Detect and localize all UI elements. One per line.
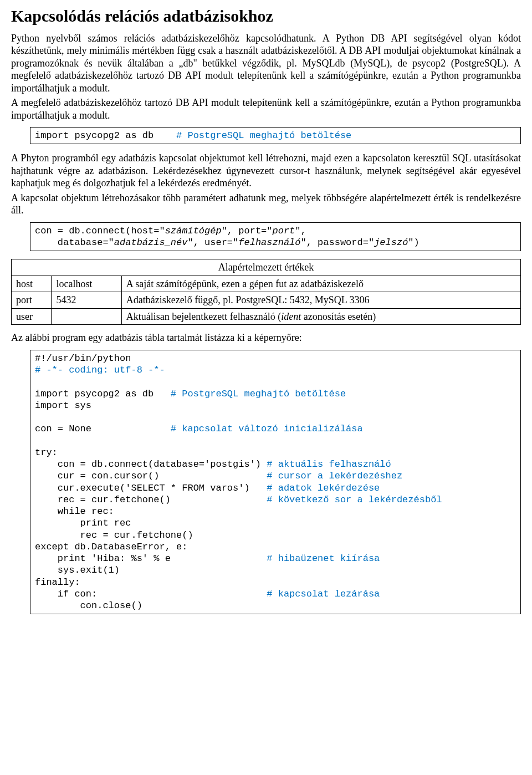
code-text: try: <box>35 447 58 458</box>
code-text: ") <box>408 237 419 248</box>
code-block-program: #!/usr/bin/python # -*- coding: utf-8 -*… <box>30 350 521 615</box>
code-text: con = db.connect(host=" <box>35 226 165 236</box>
code-placeholder: port <box>273 226 295 236</box>
code-text: print rec <box>35 518 131 528</box>
text: azonosítás esetén) <box>301 311 376 322</box>
code-comment: # hibaüzenet kiírása <box>267 553 380 564</box>
code-text: con = None <box>35 424 171 434</box>
code-comment: # aktuális felhasználó <box>267 459 391 470</box>
code-text: rec = cur.fetchone() <box>35 494 267 505</box>
table-cell-val <box>52 308 121 325</box>
table-row: port 5432 Adatbáziskezelő függő, pl. Pos… <box>12 292 521 309</box>
code-text: ", <box>295 226 306 236</box>
code-placeholder: számítógép <box>165 226 222 236</box>
code-comment: # PostgreSQL meghajtó betöltése <box>176 130 351 141</box>
table-cell-val: 5432 <box>52 292 121 309</box>
defaults-table: Alapértelmezett értékek host localhost A… <box>11 259 521 325</box>
code-text: print 'Hiba: %s' % e <box>35 553 267 564</box>
table-cell-val: localhost <box>52 276 121 292</box>
table-cell-key: user <box>12 308 52 325</box>
code-text: #!/usr/bin/python <box>35 353 131 364</box>
code-comment: # -*- coding: utf-8 -*- <box>35 365 165 375</box>
code-text: if con: <box>35 589 267 599</box>
code-placeholder: jelszó <box>374 237 408 248</box>
paragraph-4: A kapcsolat objektum létrehozásakor több… <box>11 192 521 217</box>
code-text: import psycopg2 as db <box>35 389 171 399</box>
code-text: ", user=" <box>187 237 238 248</box>
table-cell-desc: Adatbáziskezelő függő, pl. PostgreSQL: 5… <box>121 292 520 309</box>
table-row: user Aktuálisan bejelentkezett felhaszná… <box>12 308 521 325</box>
paragraph-3: A Phyton programból egy adatbázis kapcso… <box>11 152 521 190</box>
text-italic: ident <box>281 311 301 322</box>
code-text: while rec: <box>35 506 114 517</box>
code-text: import psycopg2 as db <box>35 130 176 141</box>
paragraph-5: Az alábbi program egy adatbázis tábla ta… <box>11 332 521 344</box>
code-comment: # kapcsolat lezárása <box>267 589 380 599</box>
code-text: except db.DatabaseError, e: <box>35 542 187 552</box>
code-comment: # adatok lekérdezése <box>267 483 380 493</box>
code-comment: # PostgreSQL meghajtó betöltése <box>171 389 346 399</box>
code-comment: # kapcsolat változó inicializálása <box>171 424 363 434</box>
code-comment: # cursor a lekérdezéshez <box>267 471 402 481</box>
code-comment: # következő sor a lekérdezésből <box>267 494 442 505</box>
code-text: sys.exit(1) <box>35 565 120 575</box>
page-title: Kapcsolódás relációs adatbázisokhoz <box>11 6 521 27</box>
table-cell-key: host <box>12 276 52 292</box>
code-placeholder: felhasználó <box>238 237 300 248</box>
code-text: ", port=" <box>222 226 273 236</box>
code-text: finally: <box>35 577 80 588</box>
text: Aktuálisan bejelentkezett felhasználó ( <box>126 311 281 322</box>
table-cell-key: port <box>12 292 52 309</box>
paragraph-2: A megfelelő adatbáziskezelőhöz tartozó D… <box>11 96 521 121</box>
code-text: ", password=" <box>301 237 375 248</box>
code-block-import: import psycopg2 as db # PostgreSQL megha… <box>30 127 521 144</box>
code-text: con.close() <box>35 600 142 611</box>
table-cell-desc: A saját számítógépünk, ezen a gépen fut … <box>121 276 520 292</box>
table-cell-desc: Aktuálisan bejelentkezett felhasználó (i… <box>121 308 520 325</box>
code-text: rec = cur.fetchone() <box>35 530 193 541</box>
code-text: cur.execute('SELECT * FROM varos') <box>35 483 267 493</box>
code-text: import sys <box>35 400 91 411</box>
table-header: Alapértelmezett értékek <box>12 259 521 276</box>
code-text: database=" <box>35 237 114 248</box>
code-block-connect: con = db.connect(host="számítógép", port… <box>30 222 521 252</box>
table-header-row: Alapértelmezett értékek <box>12 259 521 276</box>
code-placeholder: adatbázis_név <box>114 237 188 248</box>
paragraph-1: Python nyelvből számos relációs adatbázi… <box>11 32 521 95</box>
table-row: host localhost A saját számítógépünk, ez… <box>12 276 521 292</box>
code-text: con = db.connect(database='postgis') <box>35 459 267 470</box>
code-text: cur = con.cursor() <box>35 471 267 481</box>
